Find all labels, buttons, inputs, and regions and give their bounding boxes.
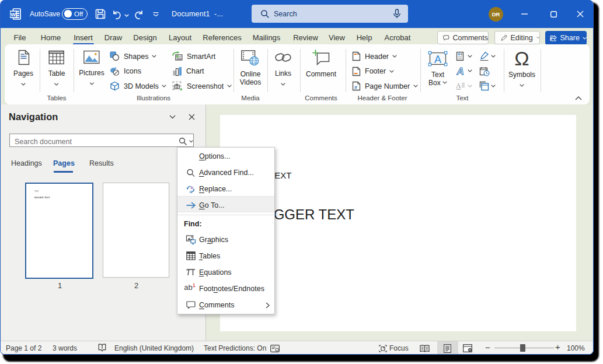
svg-text:A: A (456, 82, 461, 90)
svg-text:c: c (190, 189, 192, 194)
svg-text:#: # (354, 85, 357, 90)
svg-text:W: W (11, 11, 16, 18)
svg-text:A: A (456, 66, 464, 76)
svg-text:A: A (434, 54, 441, 65)
